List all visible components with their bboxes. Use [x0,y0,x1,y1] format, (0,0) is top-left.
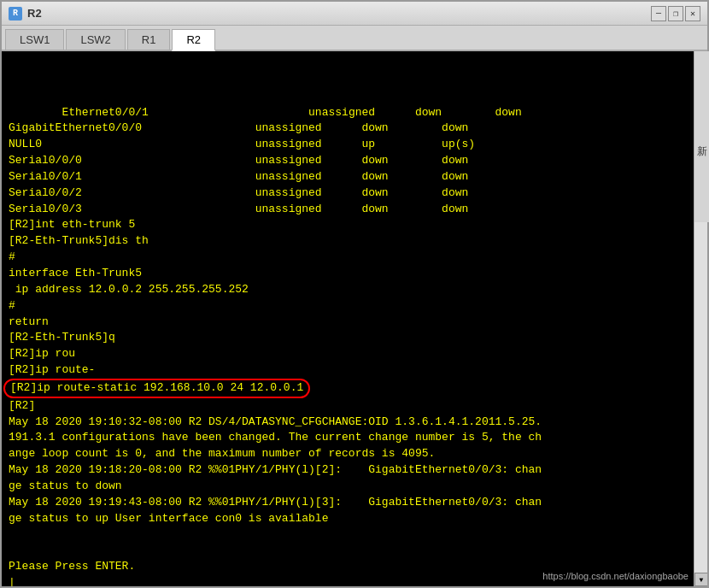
scrollbar-down-button[interactable]: ▼ [694,573,707,586]
terminal-line: ange loop count is 0, and the maximum nu… [9,447,435,460]
main-window: R R2 — ❐ ✕ LSW1 LSW2 R1 R2 Ethernet0/0/1… [0,0,709,588]
terminal-line: [R2]ip route-static 192.168.10.0 24 12.0… [9,381,305,394]
tab-lsw1[interactable]: LSW1 [5,29,64,50]
title-bar: R R2 — ❐ ✕ [2,2,707,26]
terminal-line: [R2-Eth-Trunk5]dis th [9,234,149,247]
close-button[interactable]: ✕ [685,6,700,21]
terminal-line: May 18 2020 19:19:43-08:00 R2 %%01PHY/1/… [9,496,542,509]
terminal-line: ge status to down [9,479,122,492]
minimize-button[interactable]: — [651,6,666,21]
terminal-line: [R2]ip route- [9,363,95,376]
terminal-line: May 18 2020 19:18:20-08:00 R2 %%01PHY/1/… [9,463,542,476]
terminal-line: Ethernet0/0/1 unassigned down down [62,106,521,119]
restore-button[interactable]: ❐ [668,6,683,21]
terminal-cursor: | [9,576,15,586]
terminal-line: # [9,299,15,312]
terminal-line: [R2]ip rou [9,347,75,360]
content-area: Ethernet0/0/1 unassigned down down Gigab… [2,51,707,586]
terminal-line: return [9,315,49,328]
terminal-line: interface Eth-Trunk5 [9,267,142,279]
terminal-line: Serial0/0/3 unassigned down down [9,203,468,215]
tab-lsw2[interactable]: LSW2 [66,29,125,50]
app-icon: R [9,7,22,21]
terminal-line: ge status to up User interface con0 is a… [9,512,328,525]
terminal-line: Serial0/0/2 unassigned down down [9,186,468,199]
terminal-line: NULL0 unassigned up up(s) [9,138,475,150]
tabs-bar: LSW1 LSW2 R1 R2 [2,26,707,51]
terminal-line: [R2] [9,399,35,412]
terminal-line: GigabitEthernet0/0/0 unassigned down dow… [9,121,468,134]
terminal-line: [R2]int eth-trunk 5 [9,218,135,231]
terminal-line: Please Press ENTER. [9,560,135,573]
terminal-line: Serial0/0/1 unassigned down down [9,170,468,183]
tab-r2[interactable]: R2 [172,29,215,51]
tab-r1[interactable]: R1 [127,29,171,50]
terminal-line: 191.3.1 configurations have been changed… [9,431,542,444]
window-controls: — ❐ ✕ [651,6,700,21]
title-bar-left: R R2 [9,7,42,21]
window-title: R2 [27,7,42,20]
terminal-line: # [9,250,15,263]
terminal-line: [R2-Eth-Trunk5]q [9,331,115,344]
terminal-line: ip address 12.0.0.2 255.255.255.252 [9,283,249,296]
terminal-line: May 18 2020 19:10:32-08:00 R2 DS/4/DATAS… [9,415,542,428]
highlighted-command-line: [R2]ip route-static 192.168.10.0 24 12.0… [3,379,310,398]
terminal-line: Serial0/0/0 unassigned down down [9,154,468,167]
terminal[interactable]: Ethernet0/0/1 unassigned down down Gigab… [2,51,694,586]
terminal-content: Ethernet0/0/1 unassigned down down Gigab… [9,89,687,586]
